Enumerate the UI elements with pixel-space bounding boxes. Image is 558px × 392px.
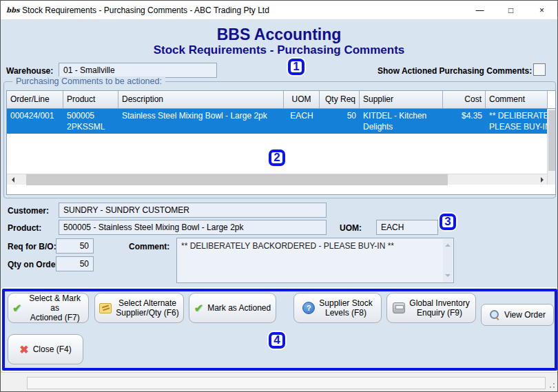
comment-text: ** DELIBERATELY BACKORDERED - PLEASE BUY… — [181, 241, 394, 251]
column-header-qty-req[interactable]: Qty Req — [320, 91, 360, 108]
req-for-bo-field[interactable]: 50 — [56, 238, 94, 254]
cell-qty-req: 50 — [320, 109, 360, 134]
qty-on-order-field[interactable]: 50 — [56, 256, 94, 271]
table-empty-area — [7, 185, 555, 194]
show-actioned-checkbox[interactable] — [533, 63, 546, 76]
button-label-line2: Supplier/Qty (F6) — [116, 308, 178, 318]
qty-on-order-label: Qty on Order: — [8, 260, 61, 269]
select-alternate-supplier-button[interactable]: Select Alternate Supplier/Qty (F6) — [94, 293, 184, 323]
button-label: Close (F4) — [33, 344, 72, 354]
select-mark-actioned-button[interactable]: ✔ Select & Mark as Actioned (F7) — [8, 293, 89, 323]
scrollbar-track[interactable] — [18, 174, 537, 185]
cell-cost: $4.35 — [443, 109, 486, 134]
scroll-right-icon[interactable] — [537, 174, 548, 185]
table-header-row: Order/Line Product Description UOM Qty R… — [7, 91, 555, 109]
close-icon[interactable]: × — [526, 1, 557, 19]
show-actioned-label: Show Actioned Purchasing Comments: — [378, 66, 532, 76]
note-edit-icon — [99, 303, 112, 313]
button-label-line1: Global Inventory — [409, 298, 469, 308]
global-inventory-enquiry-button[interactable]: Global Inventory Enquiry (F9) — [386, 293, 476, 323]
customer-field[interactable]: SUNDRY - SUNDRY CUSTOMER — [59, 203, 327, 218]
button-label-line2: Enquiry (F9) — [409, 308, 469, 318]
app-logo-icon: bbs — [6, 4, 18, 16]
page-title: Stock Requirements - Purchasing Comments — [1, 43, 557, 57]
scrollbar-thumb[interactable] — [26, 174, 448, 185]
question-circle-icon: ? — [302, 302, 315, 314]
annotation-marker-3: 3 — [440, 214, 456, 230]
customer-label: Customer: — [8, 206, 49, 216]
button-label-line1: Select & Mark as — [25, 293, 84, 313]
title-bar: bbs Stock Requirements - Purchasing Comm… — [1, 1, 557, 20]
uom-label: UOM: — [340, 223, 362, 233]
table-vertical-scrollbar[interactable] — [547, 109, 555, 185]
cell-product-line2: 2PKSSML — [67, 121, 115, 132]
red-x-icon: ✖ — [19, 343, 28, 356]
close-button[interactable]: ✖ Close (F4) — [8, 334, 83, 364]
annotation-marker-4: 4 — [269, 332, 285, 349]
cell-uom: EACH — [284, 109, 320, 134]
button-label-line2: Actioned (F7) — [25, 313, 84, 322]
window-controls: — □ × — [464, 1, 557, 19]
view-order-button[interactable]: View Order — [481, 304, 554, 326]
purchasing-comments-table: Order/Line Product Description UOM Qty R… — [6, 90, 556, 195]
comment-scrollbar[interactable] — [443, 239, 453, 282]
button-label: Mark as Actioned — [207, 303, 271, 313]
cell-supplier-line1: KITDEL - Kitchen — [363, 110, 440, 121]
warehouse-input[interactable]: 01 - Smallville — [59, 63, 217, 78]
green-check-icon: ✔ — [12, 302, 21, 315]
green-check-icon: ✔ — [194, 302, 203, 315]
column-header-product[interactable]: Product — [63, 91, 118, 108]
column-header-order-line[interactable]: Order/Line — [7, 91, 63, 108]
column-header-uom[interactable]: UOM — [284, 91, 320, 108]
annotation-marker-2: 2 — [269, 149, 285, 166]
column-header-cost[interactable]: Cost — [443, 91, 486, 108]
column-header-comment[interactable]: Comment — [486, 91, 548, 108]
annotation-marker-1: 1 — [288, 59, 304, 75]
app-window: bbs Stock Requirements - Purchasing Comm… — [0, 0, 558, 392]
scroll-down-icon[interactable] — [443, 274, 453, 282]
product-label: Product: — [8, 223, 41, 233]
req-for-bo-label: Req for B/O: — [8, 242, 56, 251]
minimize-icon[interactable]: — — [464, 1, 495, 19]
cell-product: 500005 2PKSSML — [63, 109, 118, 134]
comment-label: Comment: — [129, 242, 169, 251]
column-header-description[interactable]: Description — [118, 91, 284, 108]
window-title: Stock Requirements - Purchasing Comments… — [22, 6, 269, 15]
resize-grip[interactable] — [553, 386, 555, 388]
cell-comment-line2: PLEASE BUY-IN ** — [489, 121, 544, 132]
mark-as-actioned-button[interactable]: ✔ Mark as Actioned — [189, 293, 276, 323]
cell-order-line: 000424/001 — [7, 109, 63, 134]
maximize-icon[interactable]: □ — [495, 1, 526, 19]
table-horizontal-scrollbar[interactable] — [7, 174, 548, 185]
uom-field[interactable]: EACH — [376, 220, 438, 235]
button-label-line1: Select Alternate — [116, 298, 178, 308]
vertical-scrollbar-thumb[interactable] — [548, 110, 555, 171]
table-row[interactable]: 000424/001 500005 2PKSSML Stainless Stee… — [7, 109, 555, 134]
app-title: BBS Accounting — [1, 25, 557, 44]
cell-comment: ** DELIBERATELY BACKORDERED - PLEASE BUY… — [486, 109, 548, 134]
scroll-left-icon[interactable] — [7, 174, 18, 185]
button-label-line1: Supplier Stock — [319, 298, 372, 308]
status-field — [27, 377, 546, 389]
supplier-stock-levels-button[interactable]: ? Supplier Stock Levels (F8) — [293, 293, 382, 323]
button-label: View Order — [504, 310, 546, 320]
cell-supplier-line2: Delights — [363, 121, 440, 132]
cell-description: Stainless Steel Mixing Bowl - Large 2pk — [118, 109, 284, 134]
column-header-supplier[interactable]: Supplier — [360, 91, 443, 108]
magnifier-icon — [489, 309, 500, 320]
comment-textarea[interactable]: ** DELIBERATELY BACKORDERED - PLEASE BUY… — [176, 238, 454, 283]
status-bar — [1, 372, 557, 391]
inventory-box-icon — [393, 302, 405, 313]
group-label: Purchasing Comments to be actioned: — [12, 76, 165, 86]
cell-supplier: KITDEL - Kitchen Delights — [360, 109, 443, 134]
product-field[interactable]: 500005 - Stainless Steel Mixing Bowl - L… — [59, 220, 327, 235]
cell-product-line1: 500005 — [67, 110, 115, 121]
button-label-line2: Levels (F8) — [319, 308, 372, 318]
warehouse-label: Warehouse: — [6, 66, 53, 76]
cell-comment-line1: ** DELIBERATELY BACKORDERED - — [489, 110, 544, 121]
